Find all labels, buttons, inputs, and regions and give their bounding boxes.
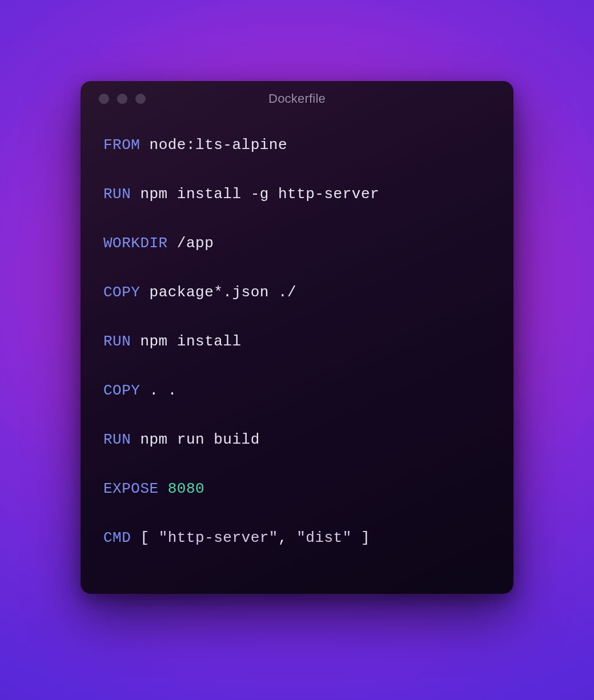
code-line: RUN npm install [103, 329, 491, 354]
code-text: package*.json ./ [140, 284, 296, 301]
close-icon[interactable] [99, 94, 109, 104]
code-line: WORKDIR /app [103, 231, 491, 256]
code-line: CMD [ "http-server", "dist" ] [103, 525, 491, 550]
code-text: . . [140, 382, 176, 399]
minimize-icon[interactable] [117, 94, 127, 104]
code-line: COPY package*.json ./ [103, 280, 491, 305]
dockerfile-keyword: COPY [103, 284, 140, 301]
code-line: RUN npm install -g http-server [103, 182, 491, 207]
code-text: node:lts-alpine [140, 136, 287, 154]
dockerfile-keyword: RUN [103, 333, 131, 350]
code-line: EXPOSE 8080 [103, 476, 491, 501]
window-titlebar: Dockerfile [81, 81, 513, 116]
code-string: "http-server" [159, 529, 278, 546]
code-block: FROM node:lts-alpine RUN npm install -g … [81, 116, 513, 550]
dockerfile-keyword: CMD [103, 529, 131, 546]
code-line: RUN npm run build [103, 427, 491, 452]
code-string: "dist" [296, 529, 352, 546]
dockerfile-keyword: COPY [103, 382, 140, 399]
dockerfile-keyword: EXPOSE [103, 480, 159, 497]
dockerfile-keyword: WORKDIR [103, 235, 168, 252]
traffic-lights [99, 94, 146, 104]
dockerfile-keyword: RUN [103, 186, 131, 203]
dockerfile-keyword: FROM [103, 136, 140, 154]
code-text: npm install [131, 333, 241, 350]
code-text: npm install -g http-server [131, 186, 379, 203]
code-number: 8080 [159, 480, 205, 497]
dockerfile-keyword: RUN [103, 431, 131, 448]
code-line: COPY . . [103, 378, 491, 403]
code-punct: [ [131, 529, 158, 546]
editor-window: Dockerfile FROM node:lts-alpine RUN npm … [81, 81, 513, 594]
maximize-icon[interactable] [135, 94, 146, 104]
code-punct: ] [352, 529, 370, 546]
code-punct: , [278, 529, 296, 546]
code-line: FROM node:lts-alpine [103, 132, 491, 158]
code-text: /app [168, 235, 214, 252]
code-text: npm run build [131, 431, 259, 448]
